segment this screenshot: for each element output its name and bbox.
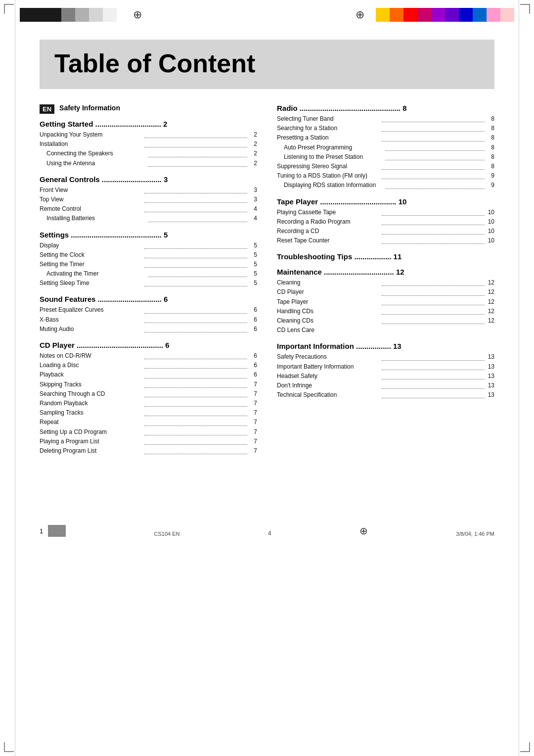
toc-entry: Deleting Program List7 [40, 446, 257, 456]
toc-dots [144, 380, 247, 388]
toc-entry-label: Setting Up a CD Program [40, 427, 142, 437]
color-block [89, 8, 103, 22]
color-block [403, 8, 417, 22]
color-block [417, 8, 431, 22]
toc-page-number: 5 [249, 250, 257, 260]
toc-page-number: 2 [249, 149, 257, 158]
toc-dots [144, 389, 247, 397]
toc-entry: Cleaning12 [277, 278, 494, 287]
toc-dots [382, 236, 485, 244]
toc-page-number: 6 [249, 305, 257, 315]
toc-entry-label: Setting the Timer [40, 260, 142, 269]
toc-entry-label: Recording a CD [277, 227, 380, 236]
toc-section-getting-started: Getting Started ........................… [40, 120, 257, 168]
toc-entry-label: Safety Precautions [277, 352, 380, 362]
toc-entry: Technical Specification13 [277, 390, 494, 400]
toc-dots [144, 351, 247, 359]
toc-page-number: 8 [487, 152, 494, 162]
toc-entry-label: Headset Safety [277, 372, 380, 381]
toc-entry-label: Presetting a Station [277, 133, 380, 142]
toc-entry: Sampling Tracks7 [40, 408, 257, 418]
toc-entry: X-Bass6 [40, 315, 257, 325]
toc-page-number: 8 [487, 143, 494, 152]
toc-entry-label: CD Player [277, 287, 380, 297]
toc-entry: Playing Cassette Tape10 [277, 208, 494, 217]
toc-page-number: 5 [249, 269, 257, 279]
toc-entry: Notes on CD-R/RW6 [40, 351, 257, 361]
toc-page-number: 12 [487, 278, 494, 287]
toc-dots [144, 437, 247, 445]
color-block [47, 8, 61, 22]
color-block [431, 8, 445, 22]
left-toc-container: Getting Started ........................… [40, 120, 257, 456]
crosshair-right [354, 9, 366, 21]
toc-entry: Cleaning CDs12 [277, 316, 494, 326]
toc-entry: Tape Player12 [277, 297, 494, 307]
toc-page-number: 7 [249, 408, 257, 418]
toc-entry-label: Cleaning [277, 278, 380, 287]
color-block [390, 8, 403, 22]
section-title-general-controls: General Controls .......................… [40, 175, 257, 184]
toc-entry: Displaying RDS station Information9 [277, 181, 494, 190]
toc-entry-label: Using the Antenna [40, 159, 146, 168]
toc-entry: Skipping Tracks7 [40, 380, 257, 389]
toc-page-number: 13 [487, 381, 494, 390]
toc-entry-label: Activating the Timer [40, 269, 146, 279]
toc-dots [144, 325, 247, 332]
toc-entry-label: Skipping Tracks [40, 380, 142, 389]
toc-entry-label: Installation [40, 140, 142, 149]
safety-label: Safety Information [59, 104, 120, 112]
toc-entry: Handling CDs12 [277, 307, 494, 316]
section-title-settings: Settings ...............................… [40, 231, 257, 239]
toc-section-tape-player: Tape Player ............................… [277, 197, 494, 246]
toc-entry: Suppressing Stereo Signal8 [277, 162, 494, 171]
toc-entry: Searching for a Station8 [277, 124, 494, 133]
footer-crosshair: ⊕ [359, 525, 368, 537]
toc-page-number: 7 [249, 437, 257, 446]
toc-dots [144, 241, 247, 249]
corner-mark-bl [4, 742, 14, 752]
toc-entry-label: Playing Cassette Tape [277, 208, 380, 217]
toc-entry: Setting Sleep Time5 [40, 279, 257, 288]
toc-dots [144, 370, 247, 378]
toc-dots [144, 279, 247, 286]
toc-dots [382, 217, 485, 225]
toc-entry-label: Displaying RDS station Information [277, 181, 383, 190]
toc-entry-label: Installing Batteries [40, 214, 146, 223]
toc-page-number: 13 [487, 362, 494, 372]
toc-entry-label: Loading a Disc [40, 361, 142, 370]
toc-entry-label: Preset Equalizer Curves [40, 305, 142, 315]
toc-page-number: 7 [249, 427, 257, 437]
toc-dots [144, 186, 247, 193]
toc-entry-label: CD Lens Care [277, 326, 494, 335]
toc-page-number: 2 [249, 159, 257, 168]
toc-dots [144, 260, 247, 268]
toc-columns: EN Safety Information Getting Started ..… [40, 104, 494, 456]
toc-page-number: 6 [249, 315, 257, 325]
toc-entry-label: Remote Control [40, 204, 142, 214]
toc-entry-label: Random Playback [40, 399, 142, 408]
toc-entry: Front View3 [40, 186, 257, 195]
toc-entry-label: Auto Preset Programming [277, 143, 383, 152]
section-title-cd-player: CD Player ..............................… [40, 341, 257, 349]
toc-dots [382, 114, 485, 122]
toc-page-number: 13 [487, 390, 494, 400]
toc-dots [382, 208, 485, 216]
toc-entry-label: Notes on CD-R/RW [40, 351, 142, 361]
toc-entry: Selecting Tuner Band8 [277, 114, 494, 124]
toc-page-number: 12 [487, 297, 494, 307]
toc-entry-label: Searching for a Station [277, 124, 380, 133]
toc-dots [144, 408, 247, 416]
toc-dots [148, 269, 247, 277]
toc-entry: Installation2 [40, 140, 257, 149]
toc-dots [382, 171, 485, 179]
corner-mark-br [520, 742, 530, 752]
toc-dots [385, 143, 485, 151]
toc-page-number: 4 [249, 204, 257, 214]
toc-entry: Top View3 [40, 195, 257, 204]
toc-entry: Preset Equalizer Curves6 [40, 305, 257, 315]
color-block [61, 8, 75, 22]
toc-dots [382, 381, 485, 389]
right-toc-container: Radio ..................................… [277, 104, 494, 400]
toc-page-number: 9 [487, 181, 494, 190]
